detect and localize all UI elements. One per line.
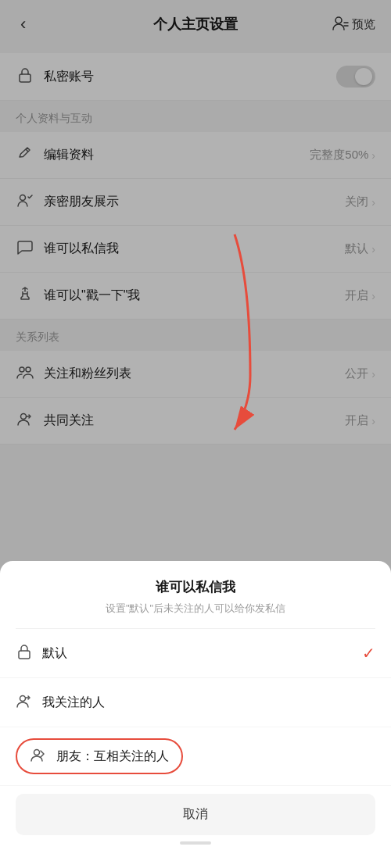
svg-rect-11: [19, 651, 30, 659]
friends-option-highlight: 朋友：互相关注的人: [16, 738, 183, 774]
option-following-label: 我关注的人: [42, 695, 105, 711]
lock-icon: [16, 643, 33, 663]
option-following[interactable]: 我关注的人: [0, 678, 391, 727]
svg-point-13: [34, 750, 40, 755]
settings-page: ‹ 个人主页设置 预览 私密账号: [0, 0, 391, 868]
friends-icon: [30, 746, 47, 766]
bottom-sheet: 谁可以私信我 设置"默认"后未关注的人可以给你发私信 默认 ✓: [0, 561, 391, 869]
following-icon: [16, 692, 33, 713]
sheet-subtitle: 设置"默认"后未关注的人可以给你发私信: [0, 601, 391, 629]
option-friends[interactable]: 朋友：互相关注的人: [0, 727, 391, 786]
sheet-title: 谁可以私信我: [0, 561, 391, 601]
check-mark: ✓: [362, 644, 375, 663]
option-default[interactable]: 默认 ✓: [0, 629, 391, 678]
option-friends-label: 朋友：互相关注的人: [56, 748, 169, 765]
option-default-label: 默认: [42, 645, 67, 662]
cancel-button[interactable]: 取消: [16, 794, 375, 835]
svg-point-12: [20, 696, 26, 702]
bottom-indicator: [180, 841, 211, 845]
